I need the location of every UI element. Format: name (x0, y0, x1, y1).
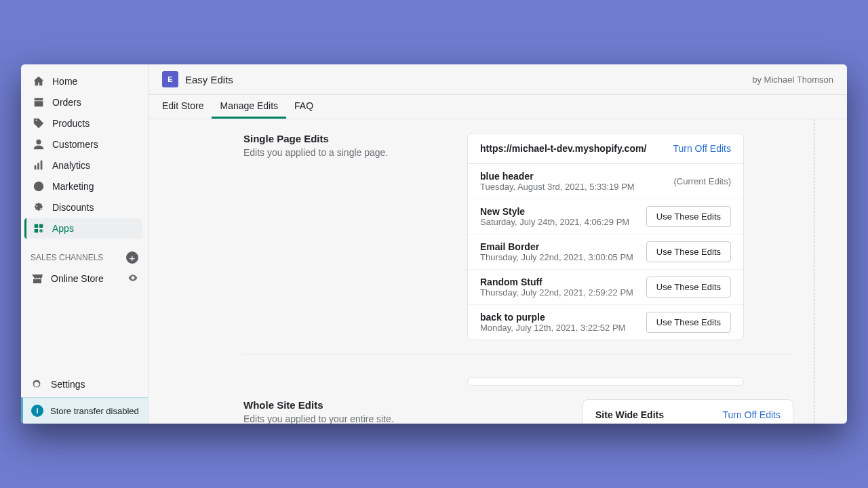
turn-off-edits-link[interactable]: Turn Off Edits (673, 143, 731, 154)
edit-row: New Style Saturday, July 24th, 2021, 4:0… (468, 199, 743, 235)
section-desc: Edits you applied to your entire site. (243, 413, 505, 424)
edit-date: Thursday, July 22nd, 2021, 3:00:05 PM (480, 252, 633, 262)
edit-name: Email Border (480, 241, 633, 252)
info-banner: i Store transfer disabled (21, 397, 148, 424)
use-these-edits-button[interactable]: Use These Edits (646, 312, 731, 333)
sidebar-item-label: Customers (52, 139, 98, 150)
edit-name: back to purple (480, 312, 625, 323)
gear-icon (31, 378, 44, 390)
sidebar-item-label: Products (52, 118, 90, 129)
add-channel-icon[interactable]: + (126, 251, 138, 264)
sidebar-item-discounts[interactable]: Discounts (26, 197, 142, 218)
sidebar-item-settings[interactable]: Settings (21, 371, 148, 397)
sales-channels-header: SALES CHANNELS + (21, 239, 148, 268)
section-info: Single Page Edits Edits you applied to a… (243, 133, 447, 340)
edit-list: blue header Tuesday, August 3rd, 2021, 5… (468, 164, 743, 340)
info-icon: i (31, 405, 43, 417)
bar-chart-icon (32, 159, 45, 172)
eye-icon[interactable] (127, 272, 138, 285)
site-wide-title: Site Wide Edits (595, 409, 664, 420)
sidebar-item-label: Orders (52, 97, 81, 108)
person-icon (32, 138, 45, 151)
app-header: E Easy Edits by Michael Thomson (149, 64, 847, 95)
app-author: by Michael Thomson (752, 75, 833, 85)
target-icon (32, 180, 45, 193)
edit-date: Tuesday, August 3rd, 2021, 5:33:19 PM (480, 182, 635, 192)
edit-date: Monday, July 12th, 2021, 3:22:52 PM (480, 323, 625, 333)
orders-icon (32, 96, 45, 109)
use-these-edits-button[interactable]: Use These Edits (646, 241, 731, 262)
content: Single Page Edits Edits you applied to a… (149, 119, 814, 424)
tabs: Edit Store Manage Edits FAQ (149, 95, 847, 119)
sidebar-item-home[interactable]: Home (26, 71, 142, 92)
store-url: https://michael-t-dev.myshopify.com/ (480, 143, 646, 154)
sidebar: Home Orders Products Customers Analytics… (21, 64, 149, 424)
single-page-card: https://michael-t-dev.myshopify.com/ Tur… (467, 133, 744, 340)
sidebar-item-products[interactable]: Products (26, 113, 142, 134)
edit-row: Email Border Thursday, July 22nd, 2021, … (468, 235, 743, 270)
stub-card (467, 378, 744, 386)
app-logo-icon: E (162, 71, 178, 87)
sidebar-item-label: Marketing (52, 181, 94, 192)
tab-faq[interactable]: FAQ (286, 95, 321, 119)
sidebar-item-marketing[interactable]: Marketing (26, 176, 142, 197)
edit-row: back to purple Monday, July 12th, 2021, … (468, 305, 743, 340)
nav-list: Home Orders Products Customers Analytics… (21, 64, 148, 239)
sidebar-item-customers[interactable]: Customers (26, 134, 142, 155)
section-desc: Edits you applied to a single page. (243, 147, 447, 158)
current-edits-tag: (Current Edits) (673, 176, 731, 186)
edit-date: Saturday, July 24th, 2021, 4:06:29 PM (480, 217, 629, 227)
sidebar-item-label: Analytics (52, 160, 90, 171)
edit-date: Thursday, July 22nd, 2021, 2:59:22 PM (480, 287, 633, 298)
sidebar-item-apps[interactable]: Apps (24, 218, 142, 239)
store-icon (31, 272, 44, 285)
sidebar-item-orders[interactable]: Orders (26, 92, 142, 113)
edit-name: Random Stuff (480, 277, 633, 287)
apps-icon (32, 222, 45, 235)
section-title: Whole Site Edits (243, 399, 505, 411)
sidebar-item-label: Apps (52, 223, 74, 234)
edit-row: blue header Tuesday, August 3rd, 2021, 5… (468, 164, 743, 199)
section-info: Whole Site Edits Edits you applied to yo… (243, 399, 505, 424)
edit-name: New Style (480, 206, 629, 217)
site-wide-card: Site Wide Edits Turn Off Edits (583, 399, 793, 424)
sidebar-bottom: Settings i Store transfer disabled (21, 371, 148, 424)
turn-off-edits-link[interactable]: Turn Off Edits (722, 409, 781, 420)
whole-site-section: Whole Site Edits Edits you applied to yo… (243, 399, 793, 424)
single-page-section: Single Page Edits Edits you applied to a… (243, 133, 793, 354)
section-title: Single Page Edits (243, 133, 447, 144)
page-title: Easy Edits (185, 74, 233, 85)
tab-manage-edits[interactable]: Manage Edits (212, 95, 286, 119)
channel-label: Online Store (51, 273, 104, 284)
discount-icon (32, 201, 45, 214)
info-banner-text: Store transfer disabled (50, 406, 139, 416)
sidebar-item-label: Discounts (52, 202, 94, 213)
card-header: https://michael-t-dev.myshopify.com/ Tur… (468, 134, 743, 164)
channel-online-store[interactable]: Online Store (21, 268, 148, 289)
main: E Easy Edits by Michael Thomson Edit Sto… (149, 64, 847, 424)
tab-edit-store[interactable]: Edit Store (154, 95, 212, 119)
tag-icon (32, 117, 45, 130)
use-these-edits-button[interactable]: Use These Edits (646, 206, 731, 227)
home-icon (32, 75, 45, 88)
sidebar-item-analytics[interactable]: Analytics (26, 155, 142, 176)
edit-row: Random Stuff Thursday, July 22nd, 2021, … (468, 270, 743, 305)
app-window: Home Orders Products Customers Analytics… (21, 64, 847, 424)
sidebar-item-label: Home (52, 76, 77, 87)
edit-name: blue header (480, 171, 635, 182)
settings-label: Settings (51, 379, 85, 390)
use-these-edits-button[interactable]: Use These Edits (646, 277, 731, 298)
